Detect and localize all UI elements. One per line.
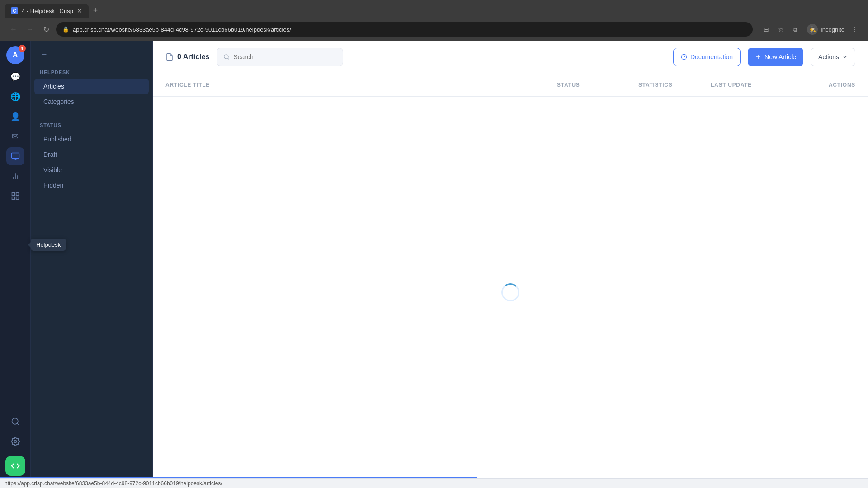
documentation-label: Documentation [690, 53, 733, 61]
nav-settings-button[interactable] [6, 432, 24, 450]
sidebar-collapse-button[interactable]: − [38, 48, 51, 61]
browser-tabs: C 4 - Helpdesk | Crisp ✕ + [0, 0, 868, 18]
browser-toolbar: ← → ↻ 🔒 app.crisp.chat/website/6833ae5b-… [0, 18, 868, 41]
close-tab-button[interactable]: ✕ [77, 7, 82, 14]
tab-title: 4 - Helpdesk | Crisp [22, 8, 73, 14]
svg-rect-9 [12, 197, 14, 200]
new-tab-button[interactable]: + [89, 4, 102, 17]
nav-search-button[interactable] [6, 413, 24, 431]
nav-contacts-button[interactable]: 👤 [6, 108, 24, 126]
sidebar-item-articles[interactable]: Articles [34, 79, 149, 94]
col-statistics: STATISTICS [638, 82, 711, 88]
nav-chat-button[interactable]: 💬 [6, 68, 24, 86]
svg-point-10 [12, 418, 18, 424]
chevron-down-icon [842, 54, 848, 60]
svg-point-12 [14, 441, 16, 443]
svg-line-11 [17, 423, 19, 425]
status-section-label: STATUS [31, 122, 152, 128]
reload-button[interactable]: ↻ [40, 23, 52, 36]
nav-globe-button[interactable]: 🌐 [6, 88, 24, 106]
svg-rect-0 [11, 153, 19, 159]
loading-spinner [501, 283, 519, 301]
plus-icon [755, 54, 761, 60]
content-area [153, 97, 868, 488]
nav-dashboard-button[interactable] [6, 187, 24, 205]
active-tab[interactable]: C 4 - Helpdesk | Crisp ✕ [5, 4, 89, 18]
cast-icon[interactable]: ⊟ [760, 23, 773, 36]
sidebar-item-draft[interactable]: Draft [34, 147, 149, 162]
sidebar-item-published[interactable]: Published [34, 131, 149, 147]
tab-favicon: C [11, 7, 18, 14]
forward-button[interactable]: → [24, 23, 36, 36]
address-bar[interactable]: 🔒 app.crisp.chat/website/6833ae5b-844d-4… [56, 22, 753, 37]
sidebar-divider [38, 115, 145, 115]
col-article-title: ARTICLE TITLE [165, 82, 557, 88]
helpdesk-section-label: HELPDESK [31, 70, 152, 75]
incognito-area: 🕵 Incognito [807, 24, 844, 35]
status-bar: https://app.crisp.chat/website/6833ae5b-… [0, 478, 868, 488]
address-text: app.crisp.chat/website/6833ae5b-844d-4c9… [73, 26, 291, 33]
back-button[interactable]: ← [7, 23, 20, 36]
browser-chrome: C 4 - Helpdesk | Crisp ✕ + ← → ↻ 🔒 app.c… [0, 0, 868, 41]
sidebar-item-categories[interactable]: Categories [34, 94, 149, 109]
svg-rect-7 [16, 193, 19, 196]
incognito-icon: 🕵 [807, 24, 818, 35]
menu-button[interactable]: ⋮ [848, 23, 861, 36]
new-article-button[interactable]: New Article [748, 48, 803, 66]
col-last-update: LAST UPDATE [711, 82, 801, 88]
incognito-label: Incognito [821, 26, 844, 33]
articles-count: 0 Articles [165, 53, 209, 61]
search-icon [223, 54, 230, 60]
app-container: A 4 💬 🌐 👤 ✉ Setup − HEL [0, 41, 868, 488]
new-article-label: New Article [764, 53, 796, 61]
lock-icon: 🔒 [62, 26, 69, 33]
nav-analytics-button[interactable] [6, 167, 24, 185]
nav-campaigns-button[interactable]: ✉ [6, 127, 24, 145]
sidebar-item-visible[interactable]: Visible [34, 162, 149, 178]
help-icon [681, 54, 687, 60]
documentation-button[interactable]: Documentation [673, 48, 741, 66]
svg-point-13 [224, 54, 228, 58]
nav-helpdesk-button[interactable] [6, 147, 24, 165]
setup-button[interactable] [5, 456, 25, 476]
search-input[interactable] [233, 53, 324, 61]
search-box[interactable] [217, 48, 343, 66]
helpdesk-tooltip: Helpdesk [31, 239, 66, 251]
status-bar-container: https://app.crisp.chat/website/6833ae5b-… [0, 477, 868, 488]
icon-nav: A 4 💬 🌐 👤 ✉ Setup [0, 41, 31, 488]
col-status: STATUS [557, 82, 638, 88]
extension-icon[interactable]: ⧉ [789, 23, 802, 36]
actions-button[interactable]: Actions [811, 48, 855, 66]
sidebar: − HELPDESK Articles Categories STATUS Pu… [31, 41, 153, 488]
sidebar-item-hidden[interactable]: Hidden [34, 178, 149, 193]
main-content: 0 Articles Documentation New Article Act… [153, 41, 868, 488]
avatar[interactable]: A 4 [6, 46, 24, 64]
svg-line-14 [228, 58, 229, 59]
notification-badge: 4 [19, 45, 26, 52]
svg-rect-6 [12, 193, 14, 196]
toolbar-icons: ⊟ ☆ ⧉ [760, 23, 802, 36]
articles-count-label: 0 Articles [177, 53, 209, 61]
top-bar: 0 Articles Documentation New Article Act… [153, 41, 868, 73]
bookmark-icon[interactable]: ☆ [774, 23, 787, 36]
actions-label: Actions [818, 53, 839, 61]
col-actions: ACTIONS [801, 82, 855, 88]
articles-icon [165, 53, 174, 61]
svg-rect-8 [16, 197, 19, 200]
table-header: ARTICLE TITLE STATUS STATISTICS LAST UPD… [153, 73, 868, 97]
status-url: https://app.crisp.chat/website/6833ae5b-… [5, 480, 222, 487]
